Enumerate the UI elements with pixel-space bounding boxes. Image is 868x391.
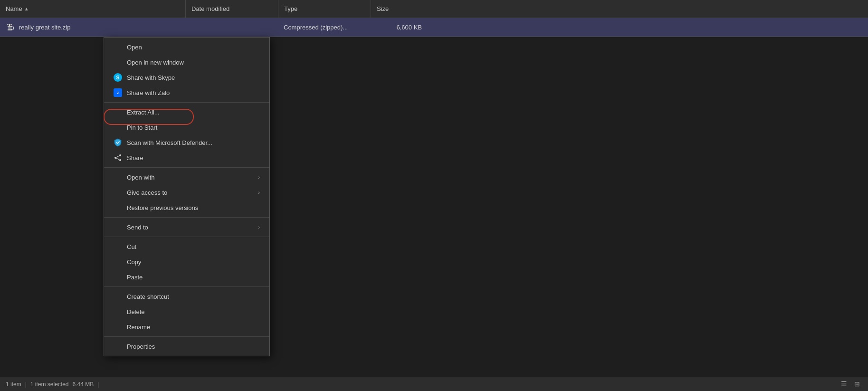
col-type-label: Type	[284, 5, 297, 12]
menu-give-access-label: Give access to	[127, 189, 253, 196]
col-name-header[interactable]: Name ▲	[0, 0, 185, 18]
menu-item-give-access[interactable]: Give access to ›	[104, 185, 269, 200]
menu-open-label: Open	[127, 44, 260, 51]
menu-item-properties[interactable]: Properties	[104, 339, 269, 354]
menu-item-paste[interactable]: Paste	[104, 269, 269, 285]
menu-item-share-skype[interactable]: S Share with Skype	[104, 70, 269, 85]
menu-extract-all-label: Extract All...	[127, 109, 260, 116]
status-selected: 1 item selected	[30, 381, 69, 388]
menu-delete-label: Delete	[127, 308, 260, 315]
create-shortcut-icon	[114, 292, 122, 301]
status-separator-1: |	[25, 381, 27, 388]
status-bar: 1 item | 1 item selected 6.44 MB | ☰ ⊞	[0, 377, 868, 391]
table-row[interactable]: 🗜 really great site.zip Compressed (zipp…	[0, 18, 868, 37]
open-with-icon	[114, 173, 122, 181]
separator-2	[104, 167, 269, 168]
menu-item-copy[interactable]: Copy	[104, 254, 269, 269]
menu-item-cut[interactable]: Cut	[104, 239, 269, 254]
file-name-text: really great site.zip	[19, 24, 70, 31]
svg-point-1	[114, 157, 116, 159]
separator-3	[104, 217, 269, 218]
menu-item-send-to[interactable]: Send to ›	[104, 219, 269, 235]
menu-item-open-with[interactable]: Open with ›	[104, 170, 269, 185]
menu-create-shortcut-label: Create shortcut	[127, 293, 260, 300]
col-date-header[interactable]: Date modified	[185, 0, 278, 18]
menu-item-restore-versions[interactable]: Restore previous versions	[104, 200, 269, 215]
give-access-icon	[114, 188, 122, 197]
file-size-cell: 6,600 KB	[371, 24, 428, 31]
open-new-window-icon	[114, 58, 122, 67]
menu-item-scan-defender[interactable]: Scan with Microsoft Defender...	[104, 135, 269, 150]
menu-item-share-zalo[interactable]: Z Share with Zalo	[104, 85, 269, 100]
paste-icon	[114, 273, 122, 281]
separator-1	[104, 102, 269, 103]
menu-item-share[interactable]: Share	[104, 150, 269, 165]
menu-share-zalo-label: Share with Zalo	[127, 89, 260, 96]
context-menu: Open Open in new window S Share with Sky…	[104, 37, 270, 356]
menu-cut-label: Cut	[127, 243, 260, 250]
file-header: Name ▲ Date modified Type Size	[0, 0, 868, 18]
cut-icon	[114, 242, 122, 251]
menu-send-to-label: Send to	[127, 224, 253, 231]
view-details-icon[interactable]: ☰	[839, 379, 849, 389]
menu-open-with-label: Open with	[127, 174, 253, 181]
menu-item-extract-all[interactable]: Extract All...	[104, 105, 269, 120]
open-icon	[114, 43, 122, 51]
menu-rename-label: Rename	[127, 324, 260, 331]
file-list: 🗜 really great site.zip Compressed (zipp…	[0, 18, 868, 37]
status-cursor: |	[97, 381, 99, 388]
send-to-icon	[114, 223, 122, 231]
skype-icon: S	[114, 73, 122, 82]
svg-line-4	[116, 158, 119, 160]
col-name-label: Name	[6, 5, 22, 12]
svg-line-3	[116, 156, 119, 157]
restore-versions-icon	[114, 203, 122, 212]
separator-5	[104, 286, 269, 287]
properties-icon	[114, 342, 122, 351]
col-size-header[interactable]: Size	[371, 0, 428, 18]
open-with-arrow-icon: ›	[258, 174, 260, 180]
menu-item-pin-to-start[interactable]: Pin to Start	[104, 120, 269, 135]
file-name-cell: 🗜 really great site.zip	[0, 23, 185, 32]
zalo-icon: Z	[114, 88, 122, 97]
delete-icon	[114, 307, 122, 316]
menu-share-skype-label: Share with Skype	[127, 74, 260, 81]
defender-icon	[114, 138, 122, 147]
menu-open-new-window-label: Open in new window	[127, 59, 260, 66]
file-size-text: 6,600 KB	[397, 24, 422, 31]
col-size-label: Size	[377, 5, 389, 12]
svg-point-0	[119, 154, 121, 156]
menu-pin-to-start-label: Pin to Start	[127, 124, 260, 131]
menu-item-create-shortcut[interactable]: Create shortcut	[104, 289, 269, 304]
menu-item-open[interactable]: Open	[104, 39, 269, 55]
menu-paste-label: Paste	[127, 274, 260, 281]
menu-copy-label: Copy	[127, 258, 260, 266]
share-icon	[114, 153, 122, 162]
separator-4	[104, 237, 269, 237]
status-count: 1 item	[6, 381, 21, 388]
zip-file-icon: 🗜	[6, 23, 15, 32]
status-bar-icons: ☰ ⊞	[839, 379, 862, 389]
extract-all-icon	[114, 108, 122, 116]
view-tiles-icon[interactable]: ⊞	[852, 379, 862, 389]
svg-point-2	[119, 159, 121, 161]
menu-properties-label: Properties	[127, 343, 260, 350]
menu-share-label: Share	[127, 154, 260, 162]
copy-icon	[114, 257, 122, 266]
status-size: 6.44 MB	[73, 381, 94, 388]
menu-restore-versions-label: Restore previous versions	[127, 204, 260, 211]
menu-item-delete[interactable]: Delete	[104, 304, 269, 319]
pin-icon	[114, 123, 122, 132]
separator-6	[104, 336, 269, 337]
file-type-cell: Compressed (zipped)...	[278, 24, 371, 31]
menu-item-open-new-window[interactable]: Open in new window	[104, 55, 269, 70]
menu-item-rename[interactable]: Rename	[104, 319, 269, 334]
file-type-text: Compressed (zipped)...	[284, 24, 348, 31]
sort-arrow-icon: ▲	[24, 6, 29, 11]
col-date-label: Date modified	[191, 5, 229, 12]
rename-icon	[114, 323, 122, 331]
give-access-arrow-icon: ›	[258, 190, 260, 195]
col-type-header[interactable]: Type	[278, 0, 371, 18]
menu-scan-defender-label: Scan with Microsoft Defender...	[127, 139, 260, 146]
send-to-arrow-icon: ›	[258, 224, 260, 230]
